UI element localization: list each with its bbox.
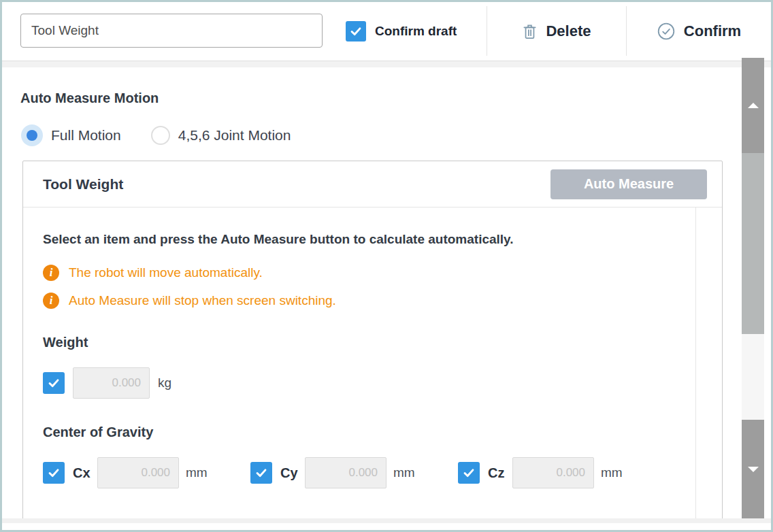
warning-row: i Auto Measure will stop when screen swi… [43,293,676,309]
cx-checkbox[interactable] [43,462,65,484]
cy-checkbox[interactable] [250,462,272,484]
cz-input[interactable] [512,457,594,488]
toolbar: Confirm draft Delete Confirm [2,2,771,61]
vertical-scrollbar[interactable] [742,58,764,519]
confirm-draft-label: Confirm draft [375,24,457,39]
confirm-label: Confirm [684,22,741,40]
weight-checkbox[interactable] [43,372,65,394]
info-icon: i [43,265,59,281]
check-icon [348,24,363,39]
scrollbar-thumb[interactable] [742,153,764,334]
scroll-down-button[interactable] [742,420,764,519]
cz-checkbox[interactable] [458,462,480,484]
radio-unselected-icon[interactable] [151,126,170,145]
panel-header: Tool Weight Auto Measure [23,161,722,207]
panel-body: Select an item and press the Auto Measur… [23,207,722,488]
radio-456-joint-motion[interactable]: 4,5,6 Joint Motion [151,126,291,145]
cy-label: Cy [280,465,305,481]
delete-button[interactable]: Delete [487,2,626,61]
tool-weight-panel: Tool Weight Auto Measure Select an item … [22,161,723,520]
auto-measure-button[interactable]: Auto Measure [550,169,707,199]
center-of-gravity-title: Center of Gravity [43,425,676,440]
confirm-draft-checkbox[interactable] [346,21,366,41]
cz-unit-label: mm [601,465,623,480]
bottom-strip [2,518,771,523]
center-of-gravity-row: Cx mm Cy mm [43,457,676,488]
check-icon [46,376,61,390]
scrollbar-track[interactable] [742,334,764,420]
radio-full-motion[interactable]: Full Motion [21,124,121,146]
radio-dot [27,130,37,141]
warning-text: Auto Measure will stop when screen switc… [69,293,336,308]
cog-group-cx: Cx mm [43,457,250,488]
motion-radio-row: Full Motion 4,5,6 Joint Motion [21,124,291,146]
confirm-button[interactable]: Confirm [627,2,771,61]
cz-label: Cz [488,465,512,481]
cx-unit-label: mm [186,465,208,480]
cx-input[interactable] [97,457,179,488]
scroll-up-button[interactable] [742,58,764,153]
radio-full-motion-label: Full Motion [51,127,121,144]
header-gap-strip [2,61,771,67]
delete-label: Delete [546,22,591,40]
triangle-up-icon [748,103,759,108]
trash-icon [522,23,538,40]
triangle-down-icon [748,467,759,472]
warning-row: i The robot will move automatically. [43,265,676,281]
tool-weight-screen: Confirm draft Delete Confirm Auto Measur… [0,0,773,532]
weight-unit-label: kg [158,376,171,390]
cy-input[interactable] [305,457,386,488]
cog-group-cz: Cz mm [458,457,665,488]
check-circle-icon [657,22,676,41]
panel-title: Tool Weight [43,176,123,193]
weight-input[interactable] [73,367,150,399]
confirm-draft-checkbox-group[interactable]: Confirm draft [346,2,457,61]
cy-unit-label: mm [393,465,415,480]
check-icon [461,465,476,480]
weight-section-title: Weight [43,335,676,350]
check-icon [46,465,61,480]
warning-text: The robot will move automatically. [69,265,263,280]
auto-measure-motion-title: Auto Measure Motion [20,90,159,106]
weight-input-row: kg [43,367,676,399]
tool-name-input[interactable] [20,14,323,48]
info-icon: i [43,293,59,309]
cog-group-cy: Cy mm [250,457,458,488]
instruction-text: Select an item and press the Auto Measur… [43,232,676,247]
radio-selected-icon[interactable] [21,124,43,146]
cx-label: Cx [73,465,97,481]
content-area: Auto Measure Motion Full Motion 4,5,6 Jo… [2,67,771,532]
check-icon [254,465,269,480]
radio-456-joint-motion-label: 4,5,6 Joint Motion [178,127,291,144]
